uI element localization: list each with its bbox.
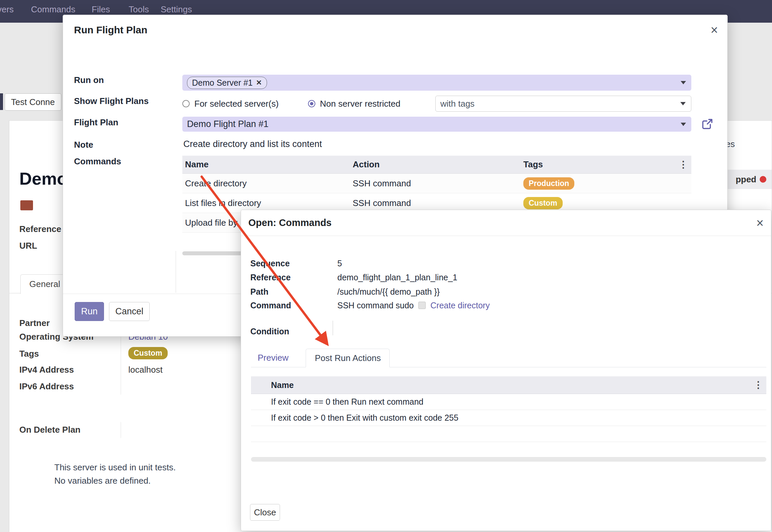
col-action-header: Action xyxy=(353,159,523,170)
field-separator xyxy=(121,422,121,438)
sequence-field: Sequence 5 xyxy=(250,258,342,269)
custom-tag-badge: Custom xyxy=(128,347,168,359)
commands-table-header: Name Action Tags ⋮ xyxy=(182,156,691,174)
modal-title: Open: Commands xyxy=(248,217,332,228)
reference-field: Reference demo_flight_plan_1_plan_line_1 xyxy=(250,272,457,283)
close-button[interactable]: Close xyxy=(250,504,280,521)
reference-label: Reference xyxy=(250,273,337,282)
path-label: Path xyxy=(250,287,337,297)
url-label: URL xyxy=(19,241,37,251)
note-label: Note xyxy=(74,140,93,150)
chip-remove-icon[interactable]: ✕ xyxy=(256,79,262,87)
cell-tags: Production xyxy=(523,177,691,190)
test-connection-button[interactable]: Test Conne xyxy=(5,93,61,111)
modal-title: Run Flight Plan xyxy=(74,24,147,36)
tags-value: Custom xyxy=(128,347,168,359)
chevron-down-icon xyxy=(681,81,686,84)
color-swatch[interactable] xyxy=(20,200,33,210)
cell-tags: Custom xyxy=(523,197,691,209)
server-tag-chip[interactable]: Demo Server #1 ✕ xyxy=(187,77,267,89)
partner-label: Partner xyxy=(19,318,50,328)
run-button[interactable]: Run xyxy=(75,302,104,321)
nav-item-commands[interactable]: Commands xyxy=(31,4,75,15)
no-variables-note: No variables are defined. xyxy=(54,476,151,486)
radio-for-selected-servers[interactable] xyxy=(182,100,190,107)
chevron-down-icon xyxy=(681,123,686,126)
cell-action: SSH command xyxy=(353,178,523,189)
cell-action: SSH command xyxy=(353,198,523,208)
sequence-value: 5 xyxy=(337,259,342,268)
cancel-button[interactable]: Cancel xyxy=(109,302,150,321)
path-field: Path /such/much/{{ demo_path }} xyxy=(250,286,440,297)
ipv6-label: IPv6 Address xyxy=(19,381,74,392)
header-divider xyxy=(241,236,771,236)
unit-test-note: This server is used in unit tests. xyxy=(54,462,176,473)
condition-separator xyxy=(333,321,333,335)
nav-item-files[interactable]: Files xyxy=(92,4,110,15)
table-row[interactable]: If exit code > 0 then Exit with custom e… xyxy=(251,410,766,426)
on-delete-plan-label: On Delete Plan xyxy=(19,425,81,435)
create-directory-link[interactable]: Create directory xyxy=(430,301,490,310)
custom-badge: Custom xyxy=(523,197,563,209)
table-row-empty xyxy=(251,426,766,442)
production-badge: Production xyxy=(523,177,574,190)
show-flight-plans-radios: For selected server(s) Non server restri… xyxy=(182,96,400,111)
external-link-icon[interactable] xyxy=(701,118,713,130)
col-name-header: Name xyxy=(182,159,353,170)
screen: vers Commands Files Tools Settings Test … xyxy=(0,0,772,532)
show-flight-plans-label: Show Flight Plans xyxy=(74,96,149,106)
nav-item-settings[interactable]: Settings xyxy=(161,4,192,15)
condition-label: Condition xyxy=(250,327,337,336)
tab-post-run-actions[interactable]: Post Run Actions xyxy=(306,349,390,367)
cell-name: List files in directory xyxy=(182,198,353,208)
with-tags-value: with tags xyxy=(440,99,475,109)
radio-for-selected-servers-label[interactable]: For selected server(s) xyxy=(194,99,279,109)
close-icon[interactable]: × xyxy=(711,24,718,36)
label-column-separator xyxy=(176,251,176,293)
status-red-dot-icon xyxy=(760,176,766,183)
with-tags-select[interactable]: with tags xyxy=(435,96,691,112)
command-value: SSH command sudo xyxy=(337,301,414,310)
reference-value: demo_flight_plan_1_plan_line_1 xyxy=(337,273,457,282)
flight-plan-label: Flight Plan xyxy=(74,117,118,128)
nav-item-tools[interactable]: Tools xyxy=(129,4,149,15)
col-tags-header: Tags xyxy=(523,159,691,170)
tags-label: Tags xyxy=(19,349,39,359)
command-label: Command xyxy=(250,301,337,310)
flight-plan-note-text: Create directory and list its content xyxy=(183,139,322,149)
post-run-table-header: Name ⋮ xyxy=(251,376,766,394)
ipv4-label: IPv4 Address xyxy=(19,365,74,375)
cell-name: Create directory xyxy=(182,178,353,189)
sequence-label: Sequence xyxy=(250,259,337,268)
server-tag-label: Demo Server #1 xyxy=(192,78,253,88)
run-on-label: Run on xyxy=(74,75,104,85)
post-run-actions-table: Name ⋮ If exit code == 0 then Run next c… xyxy=(251,376,766,442)
horizontal-scrollbar[interactable] xyxy=(251,457,766,462)
flight-plan-select[interactable]: Demo Flight Plan #1 xyxy=(182,117,691,132)
radio-non-server-restricted[interactable] xyxy=(308,100,315,107)
table-row[interactable]: If exit code == 0 then Run next command xyxy=(251,394,766,410)
status-text: pped xyxy=(736,174,756,185)
chevron-down-icon xyxy=(680,102,686,105)
kebab-menu-icon[interactable]: ⋮ xyxy=(679,160,688,169)
radio-non-server-restricted-label[interactable]: Non server restricted xyxy=(320,99,400,109)
close-icon[interactable]: × xyxy=(756,217,764,229)
server-title: Demo xyxy=(19,169,67,189)
table-row[interactable]: Create directory SSH command Production xyxy=(182,174,691,193)
run-on-server-field[interactable]: Demo Server #1 ✕ xyxy=(182,75,691,91)
open-commands-modal: Open: Commands × Sequence 5 Reference de… xyxy=(241,210,771,531)
sudo-checkbox[interactable] xyxy=(418,302,426,309)
reference-label: Reference xyxy=(19,224,61,234)
flight-plan-value: Demo Flight Plan #1 xyxy=(187,119,269,129)
commands-label: Commands xyxy=(74,156,121,167)
kebab-menu-icon[interactable]: ⋮ xyxy=(754,380,763,390)
tab-preview[interactable]: Preview xyxy=(251,349,295,367)
ipv4-value: localhost xyxy=(128,365,163,375)
col-name-header: Name xyxy=(271,380,294,390)
path-value: /such/much/{{ demo_path }} xyxy=(337,287,440,297)
nav-item-servers[interactable]: vers xyxy=(0,4,14,15)
cut-button-sliver xyxy=(0,93,3,110)
tab-general[interactable]: General xyxy=(20,274,69,294)
command-field: Command SSH command sudo Create director… xyxy=(250,300,490,311)
condition-field: Condition xyxy=(250,326,337,337)
